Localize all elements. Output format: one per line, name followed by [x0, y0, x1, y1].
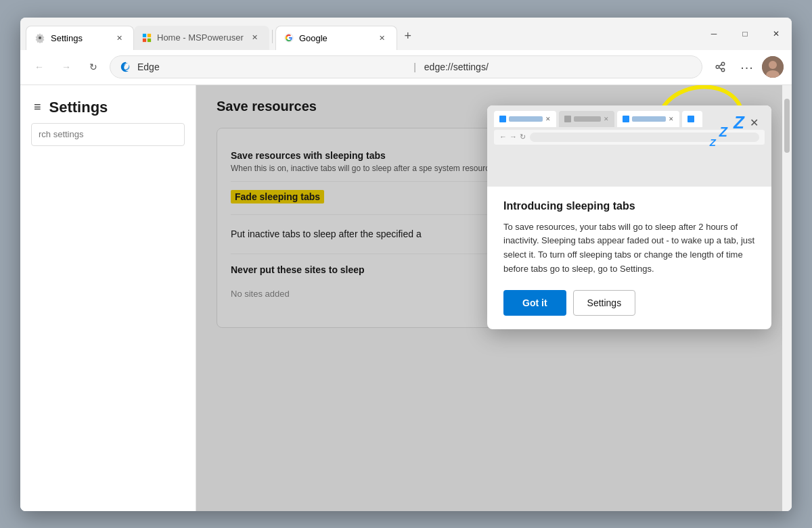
preview-tab-icon-3 — [623, 116, 629, 122]
popup-browser-preview: ✕ ✕ ✕ — [487, 105, 771, 187]
avatar[interactable] — [762, 56, 784, 78]
preview-refresh-icon: ↻ — [520, 133, 526, 141]
mspoweruser-tab-icon — [142, 33, 152, 43]
tab-divider — [272, 30, 273, 43]
window-controls: ─ □ ✕ — [698, 23, 792, 47]
sidebar: ≡ Settings — [20, 85, 196, 511]
preview-tab-text-2 — [574, 116, 601, 122]
refresh-button[interactable]: ↻ — [83, 56, 104, 78]
svg-point-7 — [721, 68, 725, 72]
toolbar-right: ··· — [708, 55, 784, 79]
preview-nav-btns: ← → ↻ — [499, 133, 526, 141]
tab-settings[interactable]: Settings ✕ — [26, 26, 134, 50]
svg-rect-1 — [148, 33, 151, 37]
preview-tab-close-1: ✕ — [545, 116, 551, 122]
sleep-z2-icon: Z — [719, 124, 727, 140]
preview-tab-icon-4 — [687, 116, 694, 122]
share-icon — [714, 61, 726, 73]
tab3-label: Google — [299, 33, 371, 43]
preview-tab-close-3: ✕ — [669, 116, 674, 122]
tab2-close-icon[interactable]: ✕ — [249, 32, 261, 44]
maximize-button[interactable]: □ — [729, 23, 761, 45]
preview-tab-close-2: ✕ — [604, 116, 609, 122]
google-tab-icon — [284, 33, 294, 43]
svg-point-5 — [716, 66, 719, 69]
preview-tab-active: ✕ — [494, 111, 556, 127]
address-bar: ← → ↻ Edge | edge://settings/ ··· — [20, 50, 792, 85]
tab-google[interactable]: Google ✕ — [275, 26, 397, 50]
edge-logo-icon — [120, 61, 132, 73]
content-area: Save resources Save resources with sleep… — [196, 85, 782, 511]
address-url: edge://settings/ — [424, 62, 692, 72]
tab1-close-icon[interactable]: ✕ — [113, 32, 125, 44]
preview-tab-text-3 — [632, 116, 666, 122]
minimize-button[interactable]: ─ — [698, 23, 729, 45]
tab2-label: Home - MSPoweruser — [157, 32, 244, 43]
preview-tab-active2: ✕ — [617, 111, 679, 127]
svg-line-8 — [719, 64, 721, 66]
popup-actions: Got it Settings — [503, 290, 755, 316]
popup-settings-button[interactable]: Settings — [573, 290, 636, 316]
popup-content: Introducing sleeping tabs To save resour… — [487, 187, 771, 329]
main-area: ≡ Settings Save resources Save resources… — [20, 85, 792, 511]
preview-tab-icon-1 — [499, 116, 506, 122]
svg-point-11 — [769, 61, 777, 69]
svg-point-6 — [721, 62, 725, 66]
preview-tab-sleeping1: ✕ — [559, 111, 614, 127]
popup-title: Introducing sleeping tabs — [503, 200, 755, 212]
tab1-label: Settings — [51, 33, 108, 43]
tab-area: Settings ✕ Home - MSPoweruser ✕ — [20, 23, 698, 50]
sidebar-search-area — [20, 123, 196, 153]
preview-tab-text-1 — [509, 116, 543, 122]
close-button[interactable]: ✕ — [761, 23, 792, 45]
svg-rect-2 — [143, 38, 146, 41]
settings-sidebar-title: Settings — [49, 99, 108, 116]
settings-search-input[interactable] — [31, 123, 185, 146]
forward-button[interactable]: → — [55, 56, 77, 78]
title-bar: Settings ✕ Home - MSPoweruser ✕ — [20, 18, 792, 50]
preview-tab-icon-2 — [564, 116, 571, 122]
tab3-close-icon[interactable]: ✕ — [376, 32, 388, 44]
address-separator: | — [413, 62, 416, 72]
svg-line-9 — [719, 68, 721, 70]
preview-forward-icon: → — [510, 133, 517, 141]
preview-tab-active3 — [682, 111, 702, 127]
back-button[interactable]: ← — [28, 56, 50, 78]
new-tab-button[interactable]: + — [397, 26, 419, 47]
popup-close-button[interactable]: ✕ — [744, 114, 763, 133]
scrollbar-thumb[interactable] — [784, 99, 790, 153]
share-button[interactable] — [708, 55, 732, 79]
popup-overlay: ✕ ✕ ✕ — [196, 85, 782, 511]
settings-tab-icon — [35, 32, 45, 43]
sidebar-header: ≡ Settings — [20, 85, 196, 123]
hamburger-icon[interactable]: ≡ — [34, 100, 41, 114]
avatar-icon — [762, 56, 784, 78]
tab-mspoweruser[interactable]: Home - MSPoweruser ✕ — [134, 26, 269, 50]
sleep-z1-icon: Z — [734, 112, 744, 133]
browser-window: Settings ✕ Home - MSPoweruser ✕ — [20, 18, 792, 511]
svg-rect-3 — [148, 38, 151, 41]
more-button[interactable]: ··· — [735, 55, 759, 79]
got-it-button[interactable]: Got it — [503, 290, 566, 316]
preview-back-icon: ← — [499, 133, 507, 141]
svg-rect-0 — [143, 33, 146, 37]
sleep-z3-icon: Z — [710, 137, 716, 148]
address-bar-input[interactable]: Edge | edge://settings/ — [110, 55, 702, 78]
sleeping-tabs-popup: ✕ ✕ ✕ — [487, 105, 771, 329]
edge-address-label: Edge — [137, 62, 405, 72]
scrollbar[interactable] — [782, 85, 792, 511]
popup-desc: To save resources, your tabs will go to … — [503, 220, 755, 277]
